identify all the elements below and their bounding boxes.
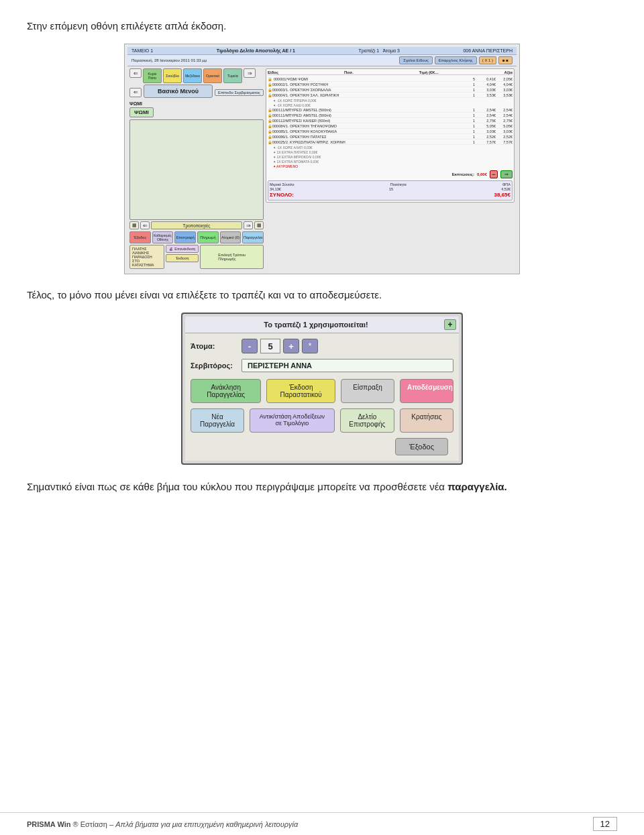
table-row: 🔒000084/1. ΟΡΕΚΤΙΚΗ/ ΤΗΓΑΝΟΨΩΜΟ 1 5,05€ … bbox=[268, 123, 513, 129]
dialog-btn-krat[interactable]: Κρατήσεις bbox=[400, 408, 453, 433]
dialog-atoma-row: Άτομα: - 5 + * bbox=[191, 339, 453, 353]
pos-trop-right-icon[interactable]: ▦ bbox=[254, 221, 264, 229]
pos-psomi: ΨΩΜΙ bbox=[129, 101, 264, 106]
pos-main-area: ⇐ Κυρίο Πιάτο Σαούβλα Μεζέδοκα Ορεκτικά … bbox=[127, 66, 517, 271]
pos-receipt: Είδος Ποσ. Τιμή (€Κ... Αξία 🔒000001/ΨΩΜΙ… bbox=[266, 68, 515, 203]
pos-receipt-header: Είδος Ποσ. Τιμή (€Κ... Αξία bbox=[268, 70, 513, 75]
dialog-btn-eispr[interactable]: Είσπραξη bbox=[341, 379, 394, 403]
pos-screenshot: ΤΑΜΕΙΟ 1 Τιμολόγιο Δελτίο Αποστολής ΑΕ /… bbox=[124, 44, 520, 274]
table-row: 🔒000085/1. ΟΡΕΚΤΙΚΗ/ ΚΟΛΟΚΥΘΑΚΙΑ 1 3,03€… bbox=[268, 129, 513, 134]
pos-nav-left[interactable]: ⇐ bbox=[129, 68, 142, 78]
dialog-title: Το τραπέζι 1 χρησιμοποιείται! + bbox=[185, 317, 459, 333]
bold-text-suffix: παραγγελία bbox=[447, 481, 504, 492]
cat-orektica[interactable]: Ορεκτικά bbox=[203, 68, 222, 83]
cat-saobla[interactable]: Σαούβλα bbox=[163, 68, 182, 83]
dialog-btn-ekd[interactable]: Έκδοση Παραστατικού bbox=[266, 379, 335, 403]
pos-psomi-tag: ΨΩΜΙ bbox=[129, 107, 154, 117]
dialog-server-row: Σερβιτόρος: ΠΕΡΙΣΤΕΡΗ ΑΝΝΑ bbox=[191, 359, 453, 372]
dialog-star-btn[interactable]: * bbox=[302, 339, 318, 353]
table-row-sub: ✦ -1Χ ΧΩΡΙΣ ΠΙΠΕΡΙΑ 0,00€ bbox=[268, 98, 513, 103]
dialog-btn-antik[interactable]: Αντικ/στάση Αποδείξεων σε Τιμολόγιο bbox=[250, 408, 335, 433]
footer-app-name: Εστίαση bbox=[80, 820, 107, 828]
table-row: 🔒000002/1. ΟΡΕΚΤΙΚΗ/ ΡΟΣΤΗΚΗ 1 4,04€ 4,0… bbox=[268, 82, 513, 87]
pos-plaatis: ΠΛΑΤΗΣ ΛΙΑΝΙΚΗΣΠΑΡΑΔΟΣΗΣΤΟ ΚΑΤΑΣΤΗΜΑ bbox=[129, 245, 164, 269]
dialog-server-value: ΠΕΡΙΣΤΕΡΗ ΑΝΝΑ bbox=[241, 359, 453, 372]
pos-subtotal-row: Μερικό Σύνολο Ποσότητα ΦΠΑ bbox=[270, 182, 511, 186]
table-row-sub: ✦ -1Χ ΧΩΡΙΣ ΑΛΑΤΙ 0,03€ bbox=[268, 145, 513, 150]
toolbar-misc[interactable]: ■ ■ bbox=[498, 56, 513, 64]
dialog-stepper: - 5 + * bbox=[241, 339, 318, 353]
ekptoseis-label: Εκπτώσεις: bbox=[452, 172, 474, 176]
dialog-buttons-row1: Ανάκληση Παραγγελίας Έκδοση Παραστατικού… bbox=[191, 379, 453, 403]
table-row: 🔒000112/ΜΠΥΡΕΣ/ KAISER (500ml) 1 2,75€ 2… bbox=[268, 118, 513, 123]
dialog-btn-deltio[interactable]: Δελτίο Επιστροφής bbox=[340, 408, 394, 433]
dialog-screenshot: Το τραπέζι 1 χρησιμοποιείται! + Άτομα: -… bbox=[181, 313, 463, 465]
table-row-sub: ✦ ΑΚΥΡΩΜΕΝΟ bbox=[268, 164, 513, 168]
footer-brand-name: PRISMA Win bbox=[27, 820, 71, 828]
pos-back-nav[interactable]: ⇐ bbox=[129, 88, 142, 97]
dialog-btn-exodos[interactable]: Έξοδος bbox=[395, 438, 448, 455]
pos-trop-left-icon[interactable]: ▦ bbox=[129, 221, 139, 229]
dialog-btn-nea[interactable]: Νέα Παραγγελία bbox=[191, 408, 244, 433]
bold-text-prefix: Σημαντικό είναι πως σε κάθε βήμα του κύκ… bbox=[27, 481, 445, 492]
cat-kyrio-piato[interactable]: Κυρίο Πιάτο bbox=[143, 68, 162, 83]
table-row: 🔒000004/1. ΟΡΕΚΤΙΚΗ/ ΣΑΛ. ΧΩΡΙΑΤΙΚΗ 1 3,… bbox=[268, 93, 513, 98]
table-row: 🔒000025/2. ΚΥΡΙΩΣ/ΠΙΑΤΑ/ ΜΠΡΙΖ. ΧΟΙΡΙΝΗ … bbox=[268, 140, 513, 145]
pos-total-row: ΣΥΝΟΛΟ: 38,65€ bbox=[270, 192, 511, 198]
dialog-exit-row: Έξοδος bbox=[191, 438, 453, 455]
bold-text: Σημαντικό είναι πως σε κάθε βήμα του κύκ… bbox=[27, 480, 617, 495]
dialog-btn-anakl[interactable]: Ανάκληση Παραγγελίας bbox=[191, 379, 261, 403]
pos-main-menu: Βασικό Μενού bbox=[144, 85, 213, 98]
footer-subtitle: Απλά βήματα για μια επιτυχημένη καθημερι… bbox=[115, 820, 298, 828]
pos-date: Παρασκευή, 28 Ιανουαρίου 2011 01:33 μμ bbox=[131, 58, 207, 62]
table-row: 🔒000111/ΜΠΥΡΕΣ/ AMSTEL (500ml) 1 2,54€ 2… bbox=[268, 113, 513, 118]
cat-tyreia[interactable]: Τυρεία bbox=[223, 68, 242, 83]
toolbar-eparchy[interactable]: Επαρχ/νος Κλήσης bbox=[435, 56, 477, 64]
pos-subtotal-values: 34,13€ 15 4,52€ bbox=[270, 187, 511, 191]
dialog-server-label: Σερβιτόρος: bbox=[191, 361, 237, 370]
pos-totals: Μερικό Σύνολο Ποσότητα ΦΠΑ 34,13€ 15 4,5… bbox=[268, 180, 513, 201]
pos-btn-eksodos[interactable]: Έξοδος bbox=[129, 231, 151, 243]
dialog-buttons-row2: Νέα Παραγγελία Αντικ/στάση Αποδείξεων σε… bbox=[191, 408, 453, 433]
pos-trop-label: Τροποποιητές bbox=[151, 221, 242, 229]
footer-page: 12 bbox=[593, 817, 617, 831]
table-row: 🔒000001/ΨΩΜΙ ΨΩΜΙ 5 0,41€ 2,05€ bbox=[268, 76, 513, 82]
arrow-icon[interactable]: ⇒ bbox=[500, 170, 513, 178]
dialog-atoma-label: Άτομα: bbox=[191, 342, 237, 350]
pos-nav-right[interactable]: ⇒ bbox=[244, 68, 256, 78]
minus-icon[interactable]: − bbox=[490, 170, 498, 178]
pos-ekdosi-btn[interactable]: Έκδοση bbox=[166, 254, 199, 262]
dialog-minus-btn[interactable]: - bbox=[241, 339, 258, 353]
dialog-body: Άτομα: - 5 + * Σερβιτόρος: ΠΕΡΙΣΤΕΡΗ ΑΝΝ… bbox=[185, 333, 459, 461]
dialog-title-text: Το τραπέζι 1 χρησιμοποιείται! bbox=[188, 321, 444, 329]
footer: PRISMA Win ® Εστίαση – Απλά βήματα για μ… bbox=[0, 812, 644, 835]
pos-btn-paragelia[interactable]: Παραγγελία bbox=[242, 231, 264, 243]
pos-item-area bbox=[129, 119, 264, 220]
pos-trop-back[interactable]: ⇐ bbox=[140, 221, 150, 229]
pos-btn-pliromi[interactable]: Πληρωμή bbox=[197, 231, 219, 243]
pos-btn-katharism[interactable]: Καθαρισμός Οθόνης bbox=[152, 231, 174, 243]
dialog-plus-btn[interactable]: + bbox=[444, 319, 456, 330]
toolbar-scholia[interactable]: Σχόλια Είδους bbox=[399, 56, 433, 64]
pos-btn-epistrofi[interactable]: Επιστροφή bbox=[174, 231, 196, 243]
pos-categories: ⇐ Κυρίο Πιάτο Σαούβλα Μεζέδοκα Ορεκτικά … bbox=[129, 68, 264, 83]
table-row-sub: ✦ 1Χ EXTRA ΜΠΡΟΚΟΛΙ 0,00€ bbox=[268, 154, 513, 159]
table-row: 🔒000003/1. ΟΡΕΚΤΙΚΗ/ ΣΚΟΡΔΑΛΙΑ 1 3,03€ 3… bbox=[268, 87, 513, 93]
dialog-plus-stepper-btn[interactable]: + bbox=[283, 339, 299, 353]
dialog-atoma-value: 5 bbox=[260, 339, 280, 353]
pos-epil-tropou[interactable]: Επιλογή ΤρόπουΠληρωμής bbox=[200, 245, 264, 269]
pos-epanekdosi[interactable]: 🖨Επανέκδοση bbox=[166, 245, 199, 253]
pos-left-panel: ⇐ Κυρίο Πιάτο Σαούβλα Μεζέδοκα Ορεκτικά … bbox=[129, 68, 264, 269]
dialog-btn-apod[interactable]: Αποδέσμευση bbox=[400, 379, 453, 403]
pos-btn-atomiko[interactable]: Ατομικό (0) bbox=[220, 231, 241, 243]
cat-mezedoka[interactable]: Μεζέδοκα bbox=[183, 68, 202, 83]
intro-text: Στην επόμενη οθόνη επιλέγετε απλά έκδοση… bbox=[27, 20, 617, 32]
middle-text: Τέλος, το μόνο που μένει είναι να επιλέξ… bbox=[27, 289, 617, 300]
pos-trop-fwd[interactable]: ⇒ bbox=[244, 221, 253, 229]
toolbar-x1[interactable]: ( X 1 ) bbox=[479, 56, 496, 64]
pos-user: 006 ANNA ΠΕΡΙΣΤΕΡΗ bbox=[463, 48, 513, 53]
ekptoseis-value: 0,00€ bbox=[477, 172, 487, 176]
pos-epipedo[interactable]: Επίπεδο Σερβιρίσματος bbox=[215, 89, 264, 96]
table-row: 🔒000086/1. ΟΡΕΚΤΙΚΗ/ ΠΑΤΑΤΕΣ 1 2,52€ 2,5… bbox=[268, 134, 513, 140]
table-row-sub: ✦ 1Χ EXTRA ΠΑΤΑΤΕΣ 0,00€ bbox=[268, 150, 513, 154]
